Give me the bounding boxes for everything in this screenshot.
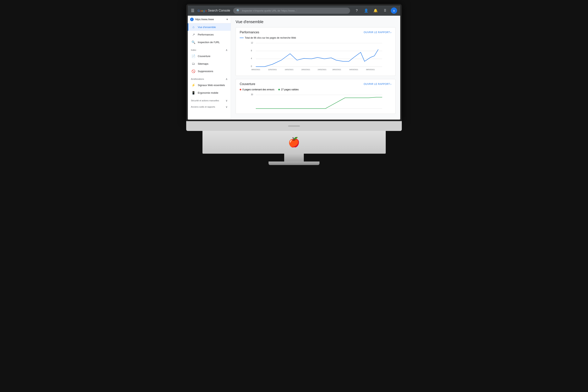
svg-text:30: 30 xyxy=(251,94,253,96)
mobile-icon: 📱 xyxy=(192,91,196,95)
sidebar-item-coverage[interactable]: 📄 Couverture xyxy=(188,52,231,60)
sidebar-item-label: Suppressions xyxy=(198,70,213,73)
sidebar-item-label: Vue d'ensemble xyxy=(198,26,216,28)
svg-text:24/02/2021: 24/02/2021 xyxy=(318,68,326,70)
monitor-back-panel: 🍎 xyxy=(202,131,386,154)
logo-g: G xyxy=(198,9,200,12)
sidebar-item-url-inspection[interactable]: 🔍 Inspection de l'URL xyxy=(188,38,231,46)
notifications-icon[interactable]: 🔔 xyxy=(372,7,379,14)
svg-text:04/03/2021: 04/03/2021 xyxy=(349,68,358,70)
monitor-neck xyxy=(284,154,304,162)
sidebar: C https://www.//wwe ▼ ⌂ Vue d'ensemble ↗… xyxy=(188,16,231,120)
apple-logo: 🍎 xyxy=(288,137,300,148)
svg-text:16/02/2021: 16/02/2021 xyxy=(284,68,294,70)
monitor-chin xyxy=(186,121,402,131)
sidebar-item-label: Ergonomie mobile xyxy=(198,91,218,94)
sidebar-item-core-web-vitals[interactable]: ⚡ Signaux Web essentiels xyxy=(188,81,231,89)
home-icon: ⌂ xyxy=(192,25,196,29)
trending-icon: ↗ xyxy=(192,33,196,36)
product-name: Search Console xyxy=(208,9,230,12)
section-ameliorations-arrow[interactable]: ∧ xyxy=(226,78,228,80)
property-icon: C xyxy=(190,18,194,21)
monitor-base xyxy=(268,162,320,165)
search-bar[interactable]: 🔍 xyxy=(233,8,350,14)
svg-text:28/02/2021: 28/02/2021 xyxy=(332,68,341,70)
performances-card: Performances OUVRIR LE RAPPORT › Total d… xyxy=(236,27,396,76)
vitals-icon: ⚡ xyxy=(192,83,196,87)
coverage-card: Couverture OUVRIR LE RAPPORT › 0 pages c… xyxy=(236,79,396,114)
search-url-icon: 🔍 xyxy=(192,40,196,44)
coverage-legend: 0 pages contenant des erreurs 27 pages v… xyxy=(240,88,392,91)
performances-legend-text: Total de 96 clics sur les pages de reche… xyxy=(245,36,296,39)
property-arrow-icon: ▼ xyxy=(226,18,228,21)
svg-text:4: 4 xyxy=(251,58,252,60)
card-header: Performances OUVRIR LE RAPPORT › xyxy=(240,30,392,34)
section-index-arrow[interactable]: ∧ xyxy=(226,48,228,52)
section-ameliorations: Améliorations ∧ xyxy=(188,75,231,81)
coverage-errors-legend: 0 pages contenant des erreurs xyxy=(240,88,274,91)
search-input[interactable] xyxy=(242,9,347,12)
sidebar-item-label: Performances xyxy=(198,33,214,36)
sidebar-item-label: Signaux Web essentiels xyxy=(198,84,225,87)
coverage-card-title: Couverture xyxy=(240,82,255,86)
user-icon[interactable]: 👤 xyxy=(362,7,370,14)
help-icon[interactable]: ? xyxy=(353,7,360,14)
coverage-valid-legend: 27 pages valides xyxy=(278,88,299,91)
section-index: Index ∧ xyxy=(188,46,231,52)
section-security-arrow[interactable]: ∨ xyxy=(226,99,228,102)
svg-text:12: 12 xyxy=(251,42,253,44)
performances-card-title: Performances xyxy=(240,30,259,34)
sitemaps-icon: 🗂 xyxy=(192,62,196,66)
property-selector[interactable]: C https://www.//wwe ▼ xyxy=(188,16,231,23)
svg-text:0: 0 xyxy=(251,65,252,68)
legend-line-blue xyxy=(240,38,244,38)
coverage-report-link[interactable]: OUVRIR LE RAPPORT › xyxy=(364,82,392,86)
coverage-card-header: Couverture OUVRIR LE RAPPORT › xyxy=(240,82,392,86)
hamburger-icon[interactable]: ☰ xyxy=(191,8,194,13)
content-area: Vue d'ensemble Performances OUVRIR LE RA… xyxy=(231,16,400,120)
coverage-chart: 30 xyxy=(240,93,392,110)
performances-chart-svg: 12 8 4 0 xyxy=(240,41,392,72)
monitor-chin-detail xyxy=(288,126,300,126)
sidebar-item-removals[interactable]: 🚫 Suppressions xyxy=(188,68,231,75)
section-old-tools: Anciens outils et rapports ∨ xyxy=(188,103,231,109)
topbar-icons: ? 👤 🔔 ⠿ a xyxy=(353,7,397,14)
apps-icon[interactable]: ⠿ xyxy=(382,7,388,14)
sidebar-item-overview[interactable]: ⌂ Vue d'ensemble xyxy=(188,23,231,31)
coverage-errors-text: 0 pages contenant des erreurs xyxy=(242,88,274,91)
coverage-valid-text: 27 pages valides xyxy=(281,88,299,91)
main-layout: C https://www.//wwe ▼ ⌂ Vue d'ensemble ↗… xyxy=(188,16,400,120)
removals-icon: 🚫 xyxy=(192,70,196,73)
performances-chart: 12 8 4 0 xyxy=(240,41,392,72)
section-old-tools-arrow[interactable]: ∨ xyxy=(226,105,228,108)
sidebar-item-performances[interactable]: ↗ Performances xyxy=(188,31,231,38)
sidebar-item-label: Sitemaps xyxy=(198,62,208,65)
performances-report-link[interactable]: OUVRIR LE RAPPORT › xyxy=(364,31,392,34)
sidebar-item-label: Couverture xyxy=(198,55,210,58)
performances-legend: Total de 96 clics sur les pages de reche… xyxy=(240,36,392,39)
coverage-icon: 📄 xyxy=(192,54,196,58)
svg-text:08/02/2021: 08/02/2021 xyxy=(251,68,260,70)
sidebar-item-mobile[interactable]: 📱 Ergonomie mobile xyxy=(188,89,231,97)
section-security: Sécurité et actions manuelles ∨ xyxy=(188,97,231,103)
svg-text:12/02/2021: 12/02/2021 xyxy=(268,68,277,70)
property-url: https://www.//wwe xyxy=(195,18,224,21)
sidebar-item-sitemaps[interactable]: 🗂 Sitemaps xyxy=(188,60,231,68)
svg-text:20/02/2021: 20/02/2021 xyxy=(301,68,310,70)
coverage-chart-svg: 30 xyxy=(240,93,392,110)
avatar[interactable]: a xyxy=(391,8,397,14)
error-dot-icon xyxy=(240,89,241,90)
svg-text:8: 8 xyxy=(251,50,252,52)
svg-text:08/03/2021: 08/03/2021 xyxy=(366,68,375,70)
sidebar-item-label: Inspection de l'URL xyxy=(198,41,220,44)
valid-dot-icon xyxy=(278,89,280,90)
app-logo: Google Search Console xyxy=(198,9,230,12)
page-title: Vue d'ensemble xyxy=(236,20,396,24)
search-icon: 🔍 xyxy=(236,9,240,12)
topbar: ☰ Google Search Console 🔍 ? 👤 🔔 ⠿ xyxy=(188,6,400,16)
